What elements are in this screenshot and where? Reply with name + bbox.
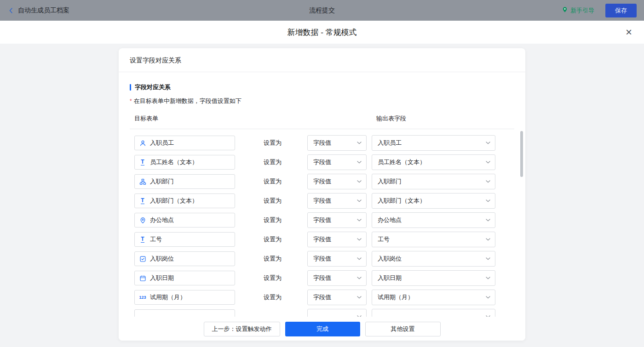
target-field-label: 试用期（月） [150,293,186,301]
output-field-dropdown[interactable]: 入职岗位 [372,251,495,267]
output-field-selected: 入职岗位 [378,255,402,263]
target-field-box[interactable]: 办公地点 [134,213,235,228]
value-type-selected: 字段值 [313,293,331,301]
target-field-box[interactable] [134,309,235,317]
target-field-box[interactable]: 入职部门 [134,174,235,189]
target-field-label: 入职员工 [150,139,174,147]
chevron-down-icon [357,142,362,144]
done-button[interactable]: 完成 [285,322,360,336]
chevron-down-icon [357,296,362,299]
location-icon [139,216,146,224]
field-mapping-row: 123 试用期（月） 设置为 字段值 试用期（月） [130,288,514,307]
output-field-selected: 入职员工 [378,139,402,147]
output-field-dropdown[interactable]: 入职员工 [372,135,495,151]
target-field-box[interactable]: 123 试用期（月） [134,290,235,305]
output-field-dropdown[interactable] [372,309,495,317]
modal-body: 设置字段对应关系 字段对应关系 *在目标表单中新增数据，字段值设置如下 目标表单… [0,44,644,347]
chevron-down-icon [357,257,362,260]
save-button[interactable]: 保存 [605,4,637,17]
chevron-down-icon [357,161,362,164]
output-field-selected: 试用期（月） [378,293,414,301]
set-as-label: 设置为 [264,216,283,224]
prev-step-button[interactable]: 上一步：设置触发动作 [204,322,280,336]
chevron-down-icon [486,238,490,241]
value-type-dropdown[interactable]: 字段值 [307,174,367,189]
chevron-down-icon [486,180,490,183]
field-mapping-row: 入职岗位 设置为 字段值 入职岗位 [130,249,514,268]
set-as-label: 设置为 [264,177,283,186]
beginner-guide-link[interactable]: 新手引导 [562,6,594,15]
target-field-box[interactable]: 入职日期 [134,271,235,285]
value-type-dropdown[interactable]: 字段值 [307,135,367,151]
target-field-box[interactable]: T 员工姓名（文本） [134,155,235,170]
target-field-box[interactable]: 入职员工 [134,136,235,150]
chevron-down-icon [486,161,490,164]
field-mapping-card: 设置字段对应关系 字段对应关系 *在目标表单中新增数据，字段值设置如下 目标表单… [119,48,525,341]
chevron-down-icon [357,219,362,222]
value-type-dropdown[interactable]: 字段值 [307,193,367,209]
output-field-dropdown[interactable]: 试用期（月） [372,290,495,305]
target-field-label: 办公地点 [150,216,174,224]
chevron-down-icon [486,142,490,144]
target-field-box[interactable]: T 工号 [134,232,235,247]
target-field-label: 入职日期 [150,274,174,282]
target-field-box[interactable]: T 入职部门（文本） [134,193,235,208]
field-mapping-row: 入职员工 设置为 字段值 入职员工 [130,133,514,153]
chevron-down-icon [486,315,490,317]
set-as-label: 设置为 [264,158,283,166]
target-field-label: 入职部门（文本） [150,197,198,205]
target-field-box[interactable]: 入职岗位 [134,251,235,266]
back-chevron-icon[interactable] [7,7,15,14]
output-field-dropdown[interactable]: 入职部门（文本） [372,193,495,209]
value-type-dropdown[interactable]: 字段值 [307,212,367,228]
chevron-down-icon [486,219,490,222]
output-field-dropdown[interactable]: 员工姓名（文本） [372,154,495,170]
value-type-dropdown[interactable]: 字段值 [307,270,367,286]
text-icon: T [139,197,146,205]
output-field-dropdown[interactable]: 工号 [372,232,495,247]
text-icon: T [139,236,146,243]
value-type-selected: 字段值 [313,274,331,282]
target-field-label: 入职部门 [150,177,174,186]
field-mapping-row: T 工号 设置为 字段值 工号 [130,230,514,249]
output-field-selected: 入职部门 [378,177,402,186]
output-field-selected: 入职日期 [378,274,402,282]
other-settings-button[interactable]: 其他设置 [365,322,441,336]
section-title: 字段对应关系 [130,83,514,91]
value-type-dropdown[interactable]: 字段值 [307,154,367,170]
target-field-label: 入职岗位 [150,255,174,263]
calendar-icon [139,274,146,282]
modal-title: 新增数据 - 常规模式 [287,27,356,38]
close-icon[interactable]: × [626,27,632,38]
chevron-down-icon [357,238,362,241]
scrollbar-thumb[interactable] [520,131,523,177]
set-as-label: 设置为 [264,293,283,301]
col-target-form: 目标表单 [134,115,158,122]
field-mapping-row: 入职日期 设置为 字段值 入职日期 [130,268,514,288]
back-nav[interactable]: 自动生成员工档案 [7,6,69,15]
flow-name-label: 自动生成员工档案 [18,6,69,15]
output-field-selected: 入职部门（文本） [378,197,426,205]
guide-label: 新手引导 [570,6,594,15]
department-icon [139,178,146,185]
number-icon: 123 [139,294,146,301]
output-field-selected: 员工姓名（文本） [378,158,426,166]
value-type-dropdown[interactable] [307,309,367,317]
chevron-down-icon [486,257,490,260]
output-field-dropdown[interactable]: 入职日期 [372,270,495,286]
chevron-down-icon [357,315,362,317]
set-as-label: 设置为 [264,139,283,147]
set-as-label: 设置为 [264,274,283,282]
section-description: *在目标表单中新增数据，字段值设置如下 [130,97,514,105]
value-type-dropdown[interactable]: 字段值 [307,290,367,305]
value-type-selected: 字段值 [313,235,331,244]
target-field-label: 员工姓名（文本） [150,158,198,166]
select-icon [139,255,146,262]
value-type-dropdown[interactable]: 字段值 [307,251,367,267]
output-field-dropdown[interactable]: 办公地点 [372,212,495,228]
output-field-dropdown[interactable]: 入职部门 [372,174,495,189]
col-output-field: 输出表字段 [376,114,406,123]
field-mapping-row: 办公地点 设置为 字段值 办公地点 [130,210,514,230]
field-mapping-row: 入职部门 设置为 字段值 入职部门 [130,172,514,191]
value-type-dropdown[interactable]: 字段值 [307,232,367,247]
